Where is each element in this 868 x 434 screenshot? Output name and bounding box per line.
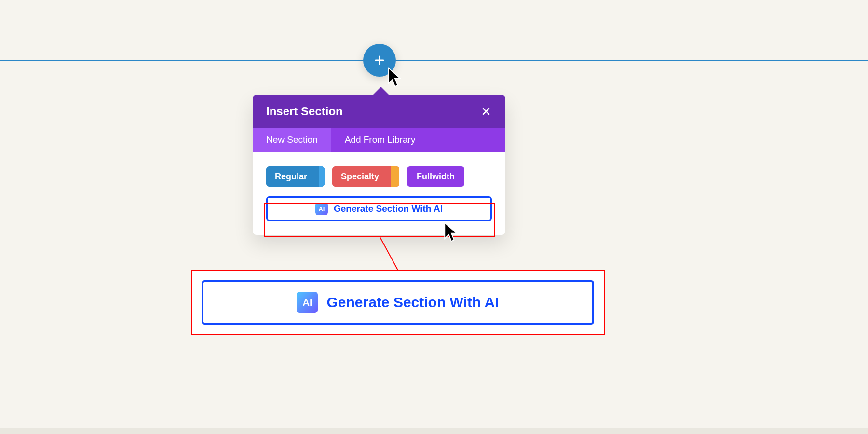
- bottom-band: [0, 428, 868, 434]
- regular-accent: [319, 166, 325, 187]
- generate-with-ai-button-zoom[interactable]: AI Generate Section With AI: [202, 280, 594, 325]
- section-divider: [0, 60, 868, 61]
- fullwidth-section-label: Fullwidth: [407, 166, 464, 187]
- specialty-section-button[interactable]: Specialty: [332, 166, 399, 187]
- regular-section-label: Regular: [266, 166, 316, 187]
- regular-section-button[interactable]: Regular: [266, 166, 325, 187]
- popover-title: Insert Section: [266, 105, 343, 118]
- tab-add-from-library[interactable]: Add From Library: [331, 128, 429, 152]
- specialty-accent: [391, 166, 399, 187]
- plus-icon: [374, 54, 385, 66]
- add-section-button[interactable]: [363, 44, 396, 77]
- fullwidth-section-button[interactable]: Fullwidth: [407, 166, 464, 187]
- close-icon[interactable]: [480, 106, 492, 117]
- ai-icon: AI: [315, 203, 328, 215]
- popover-header: Insert Section: [253, 95, 505, 128]
- generate-with-ai-label: Generate Section With AI: [334, 203, 443, 214]
- ai-icon: AI: [297, 292, 318, 313]
- insert-section-popover: Insert Section New Section Add From Libr…: [253, 95, 505, 235]
- generate-with-ai-label-zoom: Generate Section With AI: [326, 294, 499, 311]
- popover-body: Regular Specialty Fullwidth AI Generate …: [253, 152, 505, 235]
- specialty-section-label: Specialty: [332, 166, 388, 187]
- svg-line-0: [380, 236, 398, 270]
- section-type-row: Regular Specialty Fullwidth: [266, 166, 492, 187]
- annotation-connector: [379, 236, 407, 271]
- popover-arrow: [372, 87, 390, 95]
- generate-with-ai-button[interactable]: AI Generate Section With AI: [266, 196, 492, 221]
- tab-new-section[interactable]: New Section: [253, 128, 331, 152]
- popover-tabs: New Section Add From Library: [253, 128, 505, 152]
- annotation-highlight-large: AI Generate Section With AI: [191, 270, 605, 335]
